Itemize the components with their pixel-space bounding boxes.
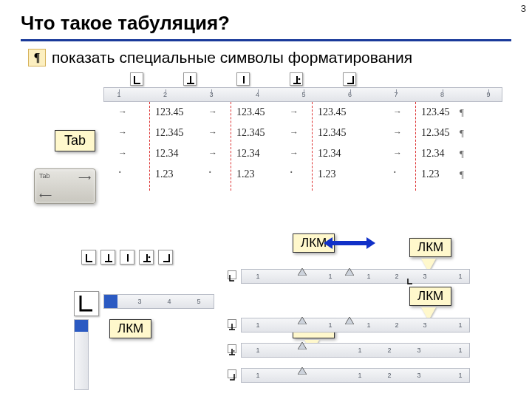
pilcrow-button[interactable]: ¶ [28, 49, 46, 66]
center-tab-icon [100, 250, 115, 265]
tabtype-box[interactable] [228, 344, 236, 353]
table-cell: 1.23 [236, 168, 255, 180]
svg-marker-5 [298, 317, 307, 324]
lkm-callout-2: ЛКМ [409, 238, 451, 257]
table-cell: 12.34 [421, 148, 445, 160]
double-arrow-icon [332, 241, 366, 245]
svg-point-1 [149, 256, 151, 259]
tab-key-image: Tab ⟵⟶ [34, 168, 96, 204]
left-tab-icon [130, 72, 143, 86]
mini-tabstop-icons [81, 250, 173, 265]
vertical-ruler[interactable]: 1 2 [74, 319, 89, 390]
bar-tab-icon [120, 250, 134, 265]
subtitle-text: показать специальные символы форматирова… [52, 49, 412, 66]
decimal-tab-icon [139, 250, 154, 265]
svg-point-2 [233, 350, 235, 352]
table-cell: 12.345 [155, 127, 184, 139]
table-cell: 12.345 [421, 127, 450, 139]
tabtype-box[interactable] [228, 369, 236, 378]
table-cell: 1.23 [421, 168, 440, 180]
slide-number: 3 [521, 3, 526, 14]
lkm-callout-4: ЛКМ [109, 319, 151, 338]
page-title: Что такое табуляция? [0, 0, 532, 39]
table-cell: 1.23 [155, 168, 174, 180]
tab-callout: Tab [55, 130, 95, 151]
right-tab-icon [343, 72, 356, 86]
table-cell: 12.34 [236, 148, 260, 160]
tabtype-box[interactable] [228, 319, 236, 328]
lkm-callout-3: ЛКМ [409, 287, 451, 306]
decimal-tab-icon [290, 72, 303, 86]
mini-ruler-4[interactable]: 1 1 2 3 1 [241, 368, 470, 383]
horizontal-ruler[interactable]: 123456789 [103, 87, 502, 102]
svg-point-0 [299, 78, 301, 81]
document-area: →123.45→123.45→123.45→123.45¶→12.345→12.… [103, 102, 502, 191]
table-cell: 12.34 [318, 148, 341, 160]
mini-ruler-3[interactable]: 1 1 2 3 1 [241, 343, 470, 358]
mini-h-ruler[interactable]: 3 4 5 [103, 294, 214, 309]
table-cell: 123.45 [155, 106, 184, 118]
tabstop-icons [0, 72, 532, 86]
left-tab-icon [81, 250, 96, 265]
table-cell: 1.23 [318, 168, 336, 180]
title-rule [21, 39, 511, 41]
tabstop-selector[interactable] [74, 291, 99, 316]
svg-marker-8 [298, 367, 307, 375]
tabtype-box[interactable] [228, 270, 236, 279]
svg-marker-7 [298, 342, 307, 349]
svg-marker-4 [345, 268, 354, 276]
right-tab-icon [158, 250, 173, 265]
mini-ruler-2[interactable]: 1 1 1 2 3 1 [241, 318, 470, 332]
table-cell: 12.34 [155, 148, 179, 160]
svg-marker-3 [298, 268, 307, 276]
svg-marker-6 [345, 317, 354, 324]
table-cell: 12.345 [236, 127, 265, 139]
table-cell: 12.345 [318, 127, 347, 139]
mini-ruler-1[interactable]: 1 1 1 2 3 1 [241, 269, 470, 284]
table-cell: 123.45 [421, 106, 450, 118]
table-cell: 123.45 [318, 106, 347, 118]
bar-tab-icon [236, 72, 250, 86]
table-cell: 123.45 [236, 106, 265, 118]
center-tab-icon [183, 72, 197, 86]
